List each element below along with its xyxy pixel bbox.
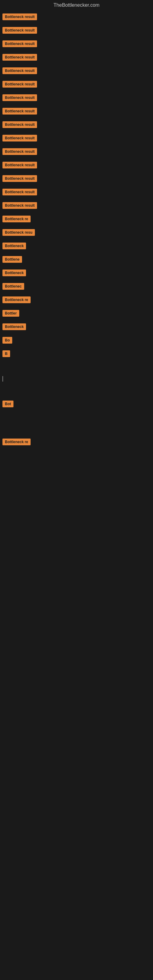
bottleneck-badge[interactable]: Bottleneck result [2,27,37,34]
list-item [1,464,152,471]
list-item [1,426,152,433]
list-item: Bottleneck result [1,162,152,170]
list-item: Bottleneck result [1,94,152,102]
list-item: Bottleneck result [1,189,152,197]
bottleneck-badge[interactable]: Bottleneck result [2,40,37,47]
bottleneck-badge[interactable]: Bottleneck result [2,108,37,115]
bottleneck-badge[interactable]: Bottleneck result [2,54,37,60]
bottleneck-badge[interactable]: Bottler [2,310,19,317]
list-item: Bottleneck re [1,216,152,224]
bottleneck-badge[interactable]: Bottleneck result [2,175,37,182]
list-item [1,414,152,421]
bottleneck-badge[interactable]: Bottleneck result [2,121,37,128]
bottleneck-badge[interactable]: Bottleneck result [2,67,37,74]
bottleneck-badge[interactable]: Bottleneck resu [2,229,35,236]
bottleneck-badge[interactable]: Bot [2,401,13,407]
bottleneck-badge[interactable]: Bottleneck re [2,439,30,445]
list-item: Bottleneck re [1,296,152,304]
list-item: Bot [1,401,152,409]
list-item: B [1,350,152,358]
list-item: Bo [1,337,152,345]
bottleneck-badge[interactable]: Bottleneck [2,269,26,276]
list-item: Bottleneck result [1,148,152,156]
list-item: Bottler [1,310,152,318]
list-item: Bottleneck result [1,67,152,75]
bottleneck-badge[interactable]: Bottleneck result [2,162,37,169]
list-item: Bottleneck result [1,202,152,210]
list-item [1,364,152,371]
items-container: Bottleneck resultBottleneck resultBottle… [0,10,153,480]
list-item: Bottleneck result [1,54,152,62]
bottleneck-badge[interactable]: B [2,350,10,357]
bottleneck-badge[interactable]: Bottleneck re [2,216,30,222]
bottleneck-badge[interactable]: Bottlenec [2,283,24,290]
list-item: Bottleneck result [1,40,152,48]
bottleneck-badge[interactable]: Bo [2,337,12,344]
list-item: Bottleneck re [1,439,152,447]
bottleneck-badge[interactable]: Bottleneck [2,323,26,330]
bottleneck-badge[interactable]: Bottlene [2,256,22,263]
list-item: Bottlenec [1,283,152,291]
bottleneck-badge[interactable]: Bottleneck [2,243,26,249]
list-item: Bottleneck result [1,175,152,183]
list-item [1,376,152,383]
list-item: Bottleneck result [1,81,152,89]
list-item: Bottleneck result [1,121,152,129]
bottleneck-badge[interactable]: Bottleneck result [2,94,37,101]
list-item: Bottlene [1,256,152,264]
bottleneck-badge[interactable]: Bottleneck result [2,13,37,20]
bottleneck-badge[interactable]: Bottleneck result [2,189,37,196]
divider-bar [2,376,3,382]
list-item: Bottleneck result [1,108,152,116]
list-item: Bottleneck [1,269,152,277]
bottleneck-badge[interactable]: Bottleneck result [2,81,37,88]
list-item: Bottleneck resu [1,229,152,237]
bottleneck-badge[interactable]: Bottleneck result [2,202,37,209]
bottleneck-badge[interactable]: Bottleneck result [2,135,37,142]
list-item: Bottleneck result [1,27,152,35]
list-item: Bottleneck result [1,135,152,143]
list-item [1,452,152,459]
bottleneck-badge[interactable]: Bottleneck result [2,148,37,155]
list-item: Bottleneck [1,243,152,250]
list-item: Bottleneck [1,323,152,331]
bottleneck-badge[interactable]: Bottleneck re [2,296,30,303]
list-item: Bottleneck result [1,13,152,21]
site-title: TheBottlenecker.com [0,0,153,10]
list-item [1,388,152,395]
